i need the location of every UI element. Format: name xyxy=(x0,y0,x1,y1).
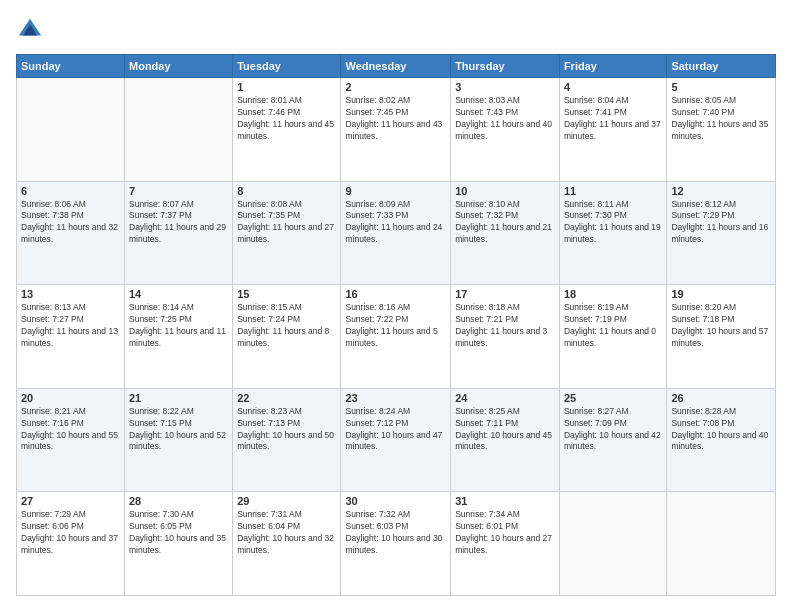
page: SundayMondayTuesdayWednesdayThursdayFrid… xyxy=(0,0,792,612)
day-number: 2 xyxy=(345,81,446,93)
day-info: Sunrise: 8:21 AM Sunset: 7:16 PM Dayligh… xyxy=(21,406,120,454)
day-info: Sunrise: 8:04 AM Sunset: 7:41 PM Dayligh… xyxy=(564,95,662,143)
calendar-week-row: 20Sunrise: 8:21 AM Sunset: 7:16 PM Dayli… xyxy=(17,388,776,492)
day-info: Sunrise: 7:31 AM Sunset: 6:04 PM Dayligh… xyxy=(237,509,336,557)
day-number: 12 xyxy=(671,185,771,197)
calendar-cell: 25Sunrise: 8:27 AM Sunset: 7:09 PM Dayli… xyxy=(559,388,666,492)
calendar-cell: 14Sunrise: 8:14 AM Sunset: 7:25 PM Dayli… xyxy=(125,285,233,389)
day-info: Sunrise: 8:01 AM Sunset: 7:46 PM Dayligh… xyxy=(237,95,336,143)
weekday-header: Wednesday xyxy=(341,55,451,78)
day-info: Sunrise: 8:05 AM Sunset: 7:40 PM Dayligh… xyxy=(671,95,771,143)
weekday-header: Friday xyxy=(559,55,666,78)
calendar-cell xyxy=(125,78,233,182)
calendar-cell: 19Sunrise: 8:20 AM Sunset: 7:18 PM Dayli… xyxy=(667,285,776,389)
day-number: 27 xyxy=(21,495,120,507)
weekday-header: Thursday xyxy=(451,55,560,78)
day-info: Sunrise: 8:25 AM Sunset: 7:11 PM Dayligh… xyxy=(455,406,555,454)
day-number: 31 xyxy=(455,495,555,507)
weekday-header: Saturday xyxy=(667,55,776,78)
day-number: 24 xyxy=(455,392,555,404)
day-number: 6 xyxy=(21,185,120,197)
calendar-cell: 22Sunrise: 8:23 AM Sunset: 7:13 PM Dayli… xyxy=(233,388,341,492)
calendar-cell: 11Sunrise: 8:11 AM Sunset: 7:30 PM Dayli… xyxy=(559,181,666,285)
day-info: Sunrise: 8:12 AM Sunset: 7:29 PM Dayligh… xyxy=(671,199,771,247)
day-number: 14 xyxy=(129,288,228,300)
calendar-cell: 13Sunrise: 8:13 AM Sunset: 7:27 PM Dayli… xyxy=(17,285,125,389)
calendar-cell: 8Sunrise: 8:08 AM Sunset: 7:35 PM Daylig… xyxy=(233,181,341,285)
day-info: Sunrise: 8:22 AM Sunset: 7:15 PM Dayligh… xyxy=(129,406,228,454)
calendar-cell xyxy=(667,492,776,596)
calendar-cell: 1Sunrise: 8:01 AM Sunset: 7:46 PM Daylig… xyxy=(233,78,341,182)
weekday-header: Monday xyxy=(125,55,233,78)
calendar-cell xyxy=(17,78,125,182)
calendar-week-row: 13Sunrise: 8:13 AM Sunset: 7:27 PM Dayli… xyxy=(17,285,776,389)
day-number: 26 xyxy=(671,392,771,404)
day-number: 11 xyxy=(564,185,662,197)
day-info: Sunrise: 8:19 AM Sunset: 7:19 PM Dayligh… xyxy=(564,302,662,350)
calendar-cell: 28Sunrise: 7:30 AM Sunset: 6:05 PM Dayli… xyxy=(125,492,233,596)
day-number: 9 xyxy=(345,185,446,197)
day-info: Sunrise: 8:20 AM Sunset: 7:18 PM Dayligh… xyxy=(671,302,771,350)
day-info: Sunrise: 8:14 AM Sunset: 7:25 PM Dayligh… xyxy=(129,302,228,350)
weekday-header: Tuesday xyxy=(233,55,341,78)
calendar: SundayMondayTuesdayWednesdayThursdayFrid… xyxy=(16,54,776,596)
calendar-week-row: 6Sunrise: 8:06 AM Sunset: 7:38 PM Daylig… xyxy=(17,181,776,285)
calendar-cell: 15Sunrise: 8:15 AM Sunset: 7:24 PM Dayli… xyxy=(233,285,341,389)
day-info: Sunrise: 8:27 AM Sunset: 7:09 PM Dayligh… xyxy=(564,406,662,454)
day-number: 5 xyxy=(671,81,771,93)
calendar-cell: 21Sunrise: 8:22 AM Sunset: 7:15 PM Dayli… xyxy=(125,388,233,492)
calendar-cell: 2Sunrise: 8:02 AM Sunset: 7:45 PM Daylig… xyxy=(341,78,451,182)
calendar-cell: 17Sunrise: 8:18 AM Sunset: 7:21 PM Dayli… xyxy=(451,285,560,389)
day-info: Sunrise: 8:09 AM Sunset: 7:33 PM Dayligh… xyxy=(345,199,446,247)
day-number: 15 xyxy=(237,288,336,300)
day-info: Sunrise: 8:08 AM Sunset: 7:35 PM Dayligh… xyxy=(237,199,336,247)
day-number: 1 xyxy=(237,81,336,93)
day-info: Sunrise: 8:02 AM Sunset: 7:45 PM Dayligh… xyxy=(345,95,446,143)
day-number: 19 xyxy=(671,288,771,300)
day-info: Sunrise: 8:07 AM Sunset: 7:37 PM Dayligh… xyxy=(129,199,228,247)
day-info: Sunrise: 8:28 AM Sunset: 7:08 PM Dayligh… xyxy=(671,406,771,454)
calendar-cell: 3Sunrise: 8:03 AM Sunset: 7:43 PM Daylig… xyxy=(451,78,560,182)
logo xyxy=(16,16,48,44)
day-info: Sunrise: 8:03 AM Sunset: 7:43 PM Dayligh… xyxy=(455,95,555,143)
calendar-cell: 5Sunrise: 8:05 AM Sunset: 7:40 PM Daylig… xyxy=(667,78,776,182)
day-number: 23 xyxy=(345,392,446,404)
day-number: 22 xyxy=(237,392,336,404)
calendar-cell: 6Sunrise: 8:06 AM Sunset: 7:38 PM Daylig… xyxy=(17,181,125,285)
day-number: 10 xyxy=(455,185,555,197)
day-info: Sunrise: 8:15 AM Sunset: 7:24 PM Dayligh… xyxy=(237,302,336,350)
calendar-cell: 26Sunrise: 8:28 AM Sunset: 7:08 PM Dayli… xyxy=(667,388,776,492)
day-info: Sunrise: 8:16 AM Sunset: 7:22 PM Dayligh… xyxy=(345,302,446,350)
calendar-cell: 4Sunrise: 8:04 AM Sunset: 7:41 PM Daylig… xyxy=(559,78,666,182)
calendar-cell: 9Sunrise: 8:09 AM Sunset: 7:33 PM Daylig… xyxy=(341,181,451,285)
calendar-cell: 10Sunrise: 8:10 AM Sunset: 7:32 PM Dayli… xyxy=(451,181,560,285)
day-number: 28 xyxy=(129,495,228,507)
day-number: 17 xyxy=(455,288,555,300)
day-number: 16 xyxy=(345,288,446,300)
day-info: Sunrise: 7:34 AM Sunset: 6:01 PM Dayligh… xyxy=(455,509,555,557)
day-number: 7 xyxy=(129,185,228,197)
calendar-cell: 24Sunrise: 8:25 AM Sunset: 7:11 PM Dayli… xyxy=(451,388,560,492)
day-number: 13 xyxy=(21,288,120,300)
day-info: Sunrise: 7:29 AM Sunset: 6:06 PM Dayligh… xyxy=(21,509,120,557)
day-info: Sunrise: 8:10 AM Sunset: 7:32 PM Dayligh… xyxy=(455,199,555,247)
calendar-cell: 12Sunrise: 8:12 AM Sunset: 7:29 PM Dayli… xyxy=(667,181,776,285)
calendar-cell: 16Sunrise: 8:16 AM Sunset: 7:22 PM Dayli… xyxy=(341,285,451,389)
day-info: Sunrise: 7:30 AM Sunset: 6:05 PM Dayligh… xyxy=(129,509,228,557)
calendar-cell: 27Sunrise: 7:29 AM Sunset: 6:06 PM Dayli… xyxy=(17,492,125,596)
day-number: 25 xyxy=(564,392,662,404)
day-info: Sunrise: 7:32 AM Sunset: 6:03 PM Dayligh… xyxy=(345,509,446,557)
day-info: Sunrise: 8:13 AM Sunset: 7:27 PM Dayligh… xyxy=(21,302,120,350)
calendar-cell xyxy=(559,492,666,596)
day-number: 21 xyxy=(129,392,228,404)
calendar-cell: 18Sunrise: 8:19 AM Sunset: 7:19 PM Dayli… xyxy=(559,285,666,389)
day-number: 4 xyxy=(564,81,662,93)
calendar-week-row: 1Sunrise: 8:01 AM Sunset: 7:46 PM Daylig… xyxy=(17,78,776,182)
header xyxy=(16,16,776,44)
day-info: Sunrise: 8:18 AM Sunset: 7:21 PM Dayligh… xyxy=(455,302,555,350)
calendar-cell: 30Sunrise: 7:32 AM Sunset: 6:03 PM Dayli… xyxy=(341,492,451,596)
day-info: Sunrise: 8:23 AM Sunset: 7:13 PM Dayligh… xyxy=(237,406,336,454)
day-info: Sunrise: 8:06 AM Sunset: 7:38 PM Dayligh… xyxy=(21,199,120,247)
day-number: 18 xyxy=(564,288,662,300)
calendar-week-row: 27Sunrise: 7:29 AM Sunset: 6:06 PM Dayli… xyxy=(17,492,776,596)
